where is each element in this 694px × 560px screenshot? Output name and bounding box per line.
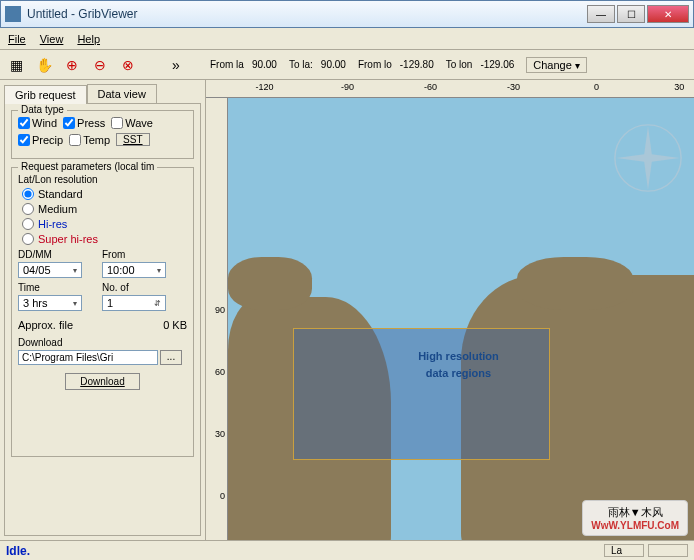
tab-data-view[interactable]: Data view <box>87 84 157 103</box>
noof-label: No. of <box>102 282 166 293</box>
to-la-label: To la: <box>289 59 313 70</box>
ddmm-select[interactable]: 04/05▾ <box>18 262 82 278</box>
browse-button[interactable]: ... <box>160 350 182 365</box>
status-la-cell: La <box>604 544 644 557</box>
from-time-select[interactable]: 10:00▾ <box>102 262 166 278</box>
radio-hires[interactable]: Hi-res <box>22 218 187 230</box>
sidebar-tabs: Grib request Data view <box>4 84 201 103</box>
titlebar: Untitled - GribViewer — ☐ ✕ <box>0 0 694 28</box>
to-la-value: 90.00 <box>321 59 346 70</box>
menu-help[interactable]: Help <box>77 33 100 45</box>
change-button[interactable]: Change ▾ <box>526 57 586 73</box>
window-buttons: — ☐ ✕ <box>587 5 689 23</box>
resolution-label: Lat/Lon resolution <box>18 174 187 185</box>
compass-rose-icon <box>612 122 684 194</box>
menubar: File View Help <box>0 28 694 50</box>
download-path-field[interactable]: C:\Program Files\Gri <box>18 350 158 365</box>
temp-checkbox[interactable]: Temp <box>69 133 110 146</box>
sst-button[interactable]: SST <box>116 133 149 146</box>
request-group: Request parameters (local tim Lat/Lon re… <box>11 167 194 457</box>
approx-label: Approx. file <box>18 319 73 331</box>
menu-file[interactable]: File <box>8 33 26 45</box>
from-lo-label: From lo <box>358 59 392 70</box>
select-rect-icon[interactable]: ▦ <box>6 55 26 75</box>
zoom-in-icon[interactable]: ⊕ <box>62 55 82 75</box>
ddmm-label: DD/MM <box>18 249 82 260</box>
watermark: 雨林▼木风 WwW.YLMFU.CoM <box>582 500 688 536</box>
window-title: Untitled - GribViewer <box>27 7 587 21</box>
from-lo-value: -129.80 <box>400 59 434 70</box>
wave-checkbox[interactable]: Wave <box>111 117 153 129</box>
zoom-reset-icon[interactable]: ⊗ <box>118 55 138 75</box>
pan-hand-icon[interactable]: ✋ <box>34 55 54 75</box>
press-checkbox[interactable]: Press <box>63 117 105 129</box>
precip-checkbox[interactable]: Precip <box>18 133 63 146</box>
toolbar: ▦ ✋ ⊕ ⊖ ⊗ » From la 90.00 To la: 90.00 F… <box>0 50 694 80</box>
request-title: Request parameters (local tim <box>18 161 157 172</box>
time-label: Time <box>18 282 82 293</box>
to-lo-label: To lon <box>446 59 473 70</box>
zoom-out-icon[interactable]: ⊖ <box>90 55 110 75</box>
from-la-value: 90.00 <box>252 59 277 70</box>
grib-request-panel: Data type Wind Press Wave Precip Temp SS… <box>4 103 201 536</box>
svg-marker-2 <box>616 154 679 163</box>
status-text: Idle. <box>6 544 30 558</box>
sidebar: Grib request Data view Data type Wind Pr… <box>0 80 206 540</box>
radio-medium[interactable]: Medium <box>22 203 187 215</box>
close-button[interactable]: ✕ <box>647 5 689 23</box>
tab-grib-request[interactable]: Grib request <box>4 85 87 104</box>
wind-checkbox[interactable]: Wind <box>18 117 57 129</box>
maximize-button[interactable]: ☐ <box>617 5 645 23</box>
watermark-name: 雨林▼木风 <box>591 505 679 520</box>
approx-value: 0 KB <box>163 319 187 331</box>
time-select[interactable]: 3 hrs▾ <box>18 295 82 311</box>
menu-view[interactable]: View <box>40 33 64 45</box>
lon-ruler: -120 -90 -60 -30 0 30 <box>206 80 694 98</box>
from-time-label: From <box>102 249 166 260</box>
selection-label: High resolutiondata regions <box>358 346 558 380</box>
noof-spinner[interactable]: 1⇵ <box>102 295 166 311</box>
datatype-group: Data type Wind Press Wave Precip Temp SS… <box>11 110 194 159</box>
datatype-title: Data type <box>18 104 67 115</box>
from-la-label: From la <box>210 59 244 70</box>
map-view[interactable]: -120 -90 -60 -30 0 30 90 60 30 0 High re… <box>206 80 694 540</box>
watermark-site: WwW.YLMFU.CoM <box>591 520 679 531</box>
to-lo-value: -129.06 <box>480 59 514 70</box>
radio-standard[interactable]: Standard <box>22 188 187 200</box>
lat-ruler: 90 60 30 0 <box>206 98 228 540</box>
overflow-icon[interactable]: » <box>166 55 186 75</box>
main-area: Grib request Data view Data type Wind Pr… <box>0 80 694 540</box>
statusbar: Idle. La <box>0 540 694 560</box>
minimize-button[interactable]: — <box>587 5 615 23</box>
download-label: Download <box>18 337 187 348</box>
map-canvas[interactable]: High resolutiondata regions <box>228 98 694 540</box>
app-icon <box>5 6 21 22</box>
radio-superhires[interactable]: Super hi-res <box>22 233 187 245</box>
download-button[interactable]: Download <box>65 373 139 390</box>
status-empty-cell <box>648 544 688 557</box>
